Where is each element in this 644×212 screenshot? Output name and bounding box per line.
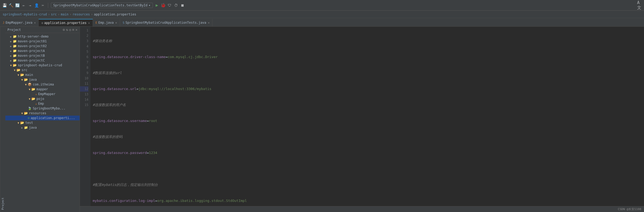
editor-content[interactable]: 1 2 3 4 5 6 7 8 9 10 11 12 13 14 15	[80, 27, 644, 206]
close-test[interactable]: ✕	[208, 21, 210, 25]
line-numbers: 1 2 3 4 5 6 7 8 9 10 11 12 13 14 15	[80, 27, 91, 206]
folder-open-icon: 📂	[31, 97, 35, 101]
code-editor: 1 2 3 4 5 6 7 8 9 10 11 12 13 14 15	[80, 27, 644, 206]
status-csdn: CSDN @长安1108	[618, 207, 641, 211]
tree-item-springbootmyba[interactable]: 🍃 SpringbootMyba...	[5, 106, 80, 111]
tree-item-test-java[interactable]: ▶ 📁 java	[5, 125, 80, 130]
tab-icon-appprops: ⚙	[41, 21, 43, 25]
line-num-10: 10	[80, 76, 88, 81]
arrow-icon: ▼	[20, 112, 24, 115]
settings-icon[interactable]: ≡	[72, 28, 74, 32]
tree-item-maven-project02[interactable]: ▶ 📁 maven-project02	[5, 44, 80, 48]
package-icon: 📦	[28, 83, 32, 86]
tree-item-com-itheima[interactable]: ▼ 📦 com.itheima	[5, 82, 80, 87]
breadcrumb-src[interactable]: src	[51, 13, 57, 16]
sidebar-title: Project	[7, 28, 21, 32]
tree-item-java[interactable]: ▼ 📂 java	[5, 77, 80, 82]
code-line-7: #连接数据库的密码	[93, 134, 642, 140]
breadcrumb-file[interactable]: application.properties	[94, 13, 136, 16]
line-num-8: 8	[80, 65, 88, 70]
cut-icon[interactable]: ✂	[40, 3, 45, 8]
tree-item-src[interactable]: ▼ 📂 src	[5, 68, 80, 72]
build-icon[interactable]: 🔨	[9, 3, 13, 8]
gear-icon[interactable]: ⚙	[63, 28, 65, 32]
close-appprops[interactable]: ✕	[88, 21, 90, 25]
tree-item-empmapper[interactable]: ☕ EmpMapper	[5, 92, 80, 96]
arrow-icon: ▼	[28, 88, 31, 91]
code-line-5: #连接数据库的用户名	[93, 102, 642, 108]
forward-icon[interactable]: →	[28, 3, 32, 8]
toolbar-right: A文	[637, 3, 642, 8]
tab-emp[interactable]: E Emp.java ✕	[93, 19, 120, 26]
props-icon: ⚙	[28, 116, 30, 120]
line-num-5: 5	[80, 49, 88, 54]
line-num-15: 15	[80, 102, 88, 108]
folder-open-icon: 📂	[20, 121, 24, 125]
line-num-1: 1	[80, 28, 88, 33]
coverage-button[interactable]: 🛡	[167, 3, 172, 8]
tree-item-springboot-mybatis-crud[interactable]: ▼ 📂 springboot-mybatis-crud	[5, 63, 80, 68]
line-num-4: 4	[80, 44, 88, 49]
folder-icon: 📁	[13, 59, 17, 62]
folder-icon: 📁	[13, 49, 17, 53]
line-num-3: 3	[80, 38, 88, 44]
close-sidebar-icon[interactable]: ✕	[75, 28, 77, 32]
breadcrumb-main[interactable]: main	[61, 13, 68, 16]
code-lines[interactable]: #驱动类名称 spring.datasource.driver-class-na…	[91, 27, 644, 206]
tab-label-appprops: application.properties	[44, 21, 87, 25]
tree-item-maven-projectA[interactable]: ▶ 📁 maven-projectA	[5, 48, 80, 53]
back-icon[interactable]: ←	[21, 3, 26, 8]
tab-test[interactable]: S SpringbootMybatisCrudApplicationTests.…	[120, 19, 213, 26]
breadcrumb-resources[interactable]: resources	[72, 13, 90, 16]
translate-icon[interactable]: A文	[637, 3, 642, 8]
refresh-icon[interactable]: 🔄	[15, 3, 20, 8]
code-line-10: #配置mybatis的日志，指定输出到控制台	[93, 182, 642, 187]
line-num-13: 13	[80, 92, 88, 97]
expand-icon[interactable]: ⇅	[66, 28, 68, 32]
editor-area: 1 2 3 4 5 6 7 8 9 10 11 12 13 14 15	[80, 27, 644, 212]
status-bar: CSDN @长安1108	[80, 206, 644, 212]
close-emp[interactable]: ✕	[115, 21, 117, 25]
project-panel-tab[interactable]: Project	[0, 27, 5, 212]
arrow-icon: ▶	[9, 35, 13, 38]
code-line-1: #驱动类名称	[93, 38, 642, 44]
tab-empmapper[interactable]: J EmpMapper.java ✕	[0, 19, 39, 26]
close-empmapper[interactable]: ✕	[34, 21, 36, 25]
tree-item-maven-project01[interactable]: ▶ 📁 maven-project01	[5, 39, 80, 44]
run-config-selector[interactable]: SpringbootMybatisCrudApplicationTests.te…	[51, 3, 153, 8]
tree-item-maven-projectC[interactable]: ▶ 📁 maven-projectC	[5, 58, 80, 63]
tab-icon-test: S	[123, 21, 125, 25]
tree-item-resources[interactable]: ▼ 📂 resources	[5, 111, 80, 116]
tree-item-pojo[interactable]: ▼ 📂 pojo	[5, 96, 80, 101]
arrow-icon: ▼	[20, 78, 24, 81]
tree-item-maven-projectB[interactable]: ▶ 📁 maven-projectB	[5, 53, 80, 58]
tree-item-emp[interactable]: ☕ Emp	[5, 101, 80, 106]
arrow-icon: ▶	[20, 126, 24, 129]
folder-open-icon: 📂	[17, 68, 20, 72]
breadcrumb-project[interactable]: springboot-mybatis-crud	[3, 13, 47, 16]
folder-icon: 📁	[13, 54, 17, 58]
tree-item-application-properties[interactable]: ⚙ application.properti...	[5, 116, 80, 120]
tree-item-main[interactable]: ▼ 📂 main	[5, 72, 80, 77]
tree-item-http-server-demo[interactable]: ▶ 📁 http-server-demo	[5, 34, 80, 39]
run-button[interactable]: ▶	[154, 3, 159, 8]
folder-open-icon: 📂	[13, 63, 17, 67]
tree-item-test[interactable]: ▼ 📂 test	[5, 120, 80, 125]
save-icon[interactable]: 💾	[2, 3, 7, 8]
toolbar: 💾 🔨 🔄 ← → 👤 ✂ SpringbootMybatisCrudAppli…	[0, 0, 644, 11]
tree-item-mapper[interactable]: ▼ 📂 mapper	[5, 87, 80, 92]
arrow-icon: ▼	[24, 83, 28, 86]
arrow-icon: ▶	[9, 59, 13, 62]
user-icon[interactable]: 👤	[34, 3, 39, 8]
code-line-3: #数据库连接的url	[93, 70, 642, 76]
java-class-icon: ☕	[35, 102, 37, 105]
locate-icon[interactable]: ◎	[69, 28, 71, 32]
tab-appprops[interactable]: ⚙ application.properties ✕	[39, 19, 93, 26]
separator-1	[48, 3, 48, 8]
folder-open-icon: 📂	[24, 111, 28, 115]
line-num-6: 6	[80, 54, 88, 60]
debug-button[interactable]: 🐞	[161, 3, 166, 8]
tab-label-test: SpringbootMybatisCrudApplicationTests.ja…	[125, 21, 206, 25]
stop-button[interactable]: ⏹	[180, 3, 185, 8]
profile-button[interactable]: ⏱	[174, 3, 178, 8]
